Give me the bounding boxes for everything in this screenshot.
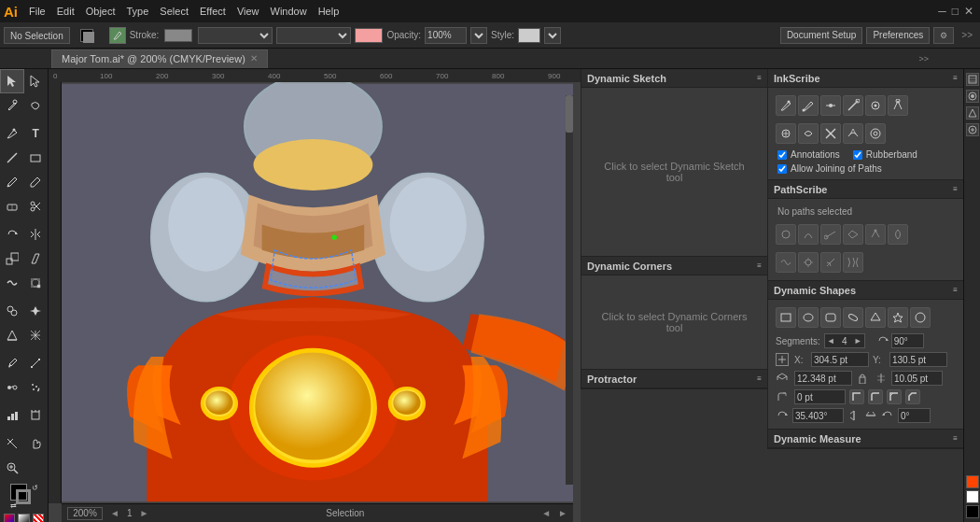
stroke-weight-select[interactable] [198, 27, 273, 44]
menu-view[interactable]: View [231, 0, 265, 22]
lock-aspect-btn[interactable] [856, 372, 869, 385]
nav-prev-2[interactable]: ◄ [541, 508, 551, 518]
path-tool-8[interactable] [798, 252, 819, 273]
eyedropper-tool[interactable] [0, 351, 24, 375]
path-tool-6[interactable] [888, 224, 908, 245]
doc-setup-btn[interactable]: Document Setup [780, 27, 863, 44]
opacity-mode-select[interactable]: ▼ [470, 27, 487, 44]
ink-tool-5[interactable] [865, 95, 886, 116]
symbol-sprayer-tool[interactable] [24, 375, 49, 400]
vertical-scrollbar[interactable] [566, 95, 573, 485]
artwork-canvas[interactable] [62, 82, 573, 503]
far-btn-3[interactable] [966, 106, 979, 120]
direct-select-tool[interactable] [24, 69, 49, 93]
artboard-tool[interactable] [24, 403, 49, 428]
path-tool-3[interactable] [820, 224, 841, 245]
mesh-tool[interactable] [24, 323, 49, 347]
dynamic-corners-header[interactable]: Dynamic Corners ≡ [581, 257, 767, 275]
slice-tool[interactable] [0, 431, 24, 456]
ink-tool-6[interactable] [888, 95, 908, 116]
shear-tool[interactable] [24, 247, 49, 271]
w-input[interactable]: 12.348 pt [794, 371, 852, 386]
magic-wand-tool[interactable] [0, 93, 24, 118]
perspective-grid-tool[interactable] [0, 323, 24, 347]
menu-window[interactable]: Window [265, 0, 313, 22]
menu-help[interactable]: Help [313, 0, 345, 22]
scroll-thumb-v[interactable] [566, 95, 573, 133]
dynamic-measure-header[interactable]: Dynamic Measure ≡ [768, 430, 963, 448]
angle-input[interactable]: 90° [891, 333, 924, 348]
pathscribe-header[interactable]: PathScribe ≡ [768, 180, 963, 199]
preferences-btn[interactable]: Preferences [866, 27, 930, 44]
shape-circle-btn[interactable] [910, 307, 931, 328]
paintbrush-tool[interactable] [0, 170, 24, 194]
extras-btn[interactable]: ⚙ [933, 27, 954, 44]
ink-tool-8[interactable] [798, 123, 819, 144]
fill-stroke-indicator[interactable] [77, 26, 102, 45]
panel-toggle-btn[interactable]: >> [958, 30, 976, 40]
none-mode-btn[interactable] [33, 514, 44, 522]
stroke-style-select[interactable] [276, 27, 351, 44]
panel-arrange-btn[interactable]: >> [918, 54, 929, 63]
ink-tool-4[interactable] [843, 95, 863, 116]
menu-type[interactable]: Type [121, 0, 155, 22]
ink-tool-10[interactable] [843, 123, 863, 144]
x-input[interactable]: 304.5 pt [811, 352, 869, 367]
pencil-tool[interactable] [24, 170, 49, 194]
live-paint-tool[interactable] [24, 299, 49, 323]
reset-icon[interactable]: ↺ [32, 484, 38, 492]
corner-style-2[interactable] [868, 389, 883, 404]
far-btn-2[interactable] [966, 90, 979, 103]
inkscribe-collapse[interactable]: ≡ [953, 74, 958, 82]
nav-arrow-prev[interactable]: ◄ [110, 508, 119, 518]
swap-icon[interactable]: ⇄ [10, 501, 17, 510]
path-tool-7[interactable] [776, 252, 796, 273]
dynamic-sketch-header[interactable]: Dynamic Sketch ≡ [581, 69, 767, 88]
dynamic-corners-collapse[interactable]: ≡ [757, 261, 762, 270]
inkscribe-header[interactable]: InkScribe ≡ [768, 69, 963, 88]
dynamic-measure-collapse[interactable]: ≡ [953, 434, 958, 443]
rotate-tool[interactable] [0, 222, 24, 247]
fill-color-preview[interactable] [355, 28, 383, 43]
nav-arrow-next[interactable]: ► [139, 508, 148, 518]
rubberband-checkbox[interactable] [853, 150, 862, 160]
dynamic-shapes-collapse[interactable]: ≡ [953, 286, 958, 294]
column-graph-tool[interactable] [0, 403, 24, 428]
ink-tool-2[interactable] [798, 95, 819, 116]
far-btn-1[interactable] [966, 73, 979, 86]
h-input[interactable]: 10.05 pt [891, 371, 943, 386]
swatch-black[interactable] [966, 505, 979, 518]
scissors-tool[interactable] [24, 194, 49, 219]
seg-up-btn[interactable]: ► [854, 336, 862, 346]
shape-ellipse-btn[interactable] [798, 307, 819, 328]
corner-style-3[interactable] [887, 389, 902, 404]
corner-style-1[interactable] [849, 389, 864, 404]
annotations-checkbox[interactable] [777, 150, 787, 160]
stroke-icon[interactable] [109, 27, 126, 44]
rect-tool[interactable] [24, 146, 49, 170]
reflect-tool[interactable] [24, 222, 49, 247]
ink-tool-1[interactable] [776, 95, 796, 116]
tab-close-btn[interactable]: ✕ [250, 49, 258, 68]
segments-stepper[interactable]: ◄ 4 ► [824, 333, 865, 348]
stroke-color-select[interactable] [164, 29, 192, 42]
path-tool-1[interactable] [776, 224, 796, 245]
rotation-input[interactable]: 35.403° [792, 408, 844, 423]
minimize-btn[interactable]: ─ [938, 5, 946, 18]
flip-v-icon[interactable] [864, 409, 877, 422]
menu-edit[interactable]: Edit [51, 0, 80, 22]
menu-file[interactable]: File [23, 0, 51, 22]
shape-polygon-btn[interactable] [865, 307, 886, 328]
opacity-input[interactable] [425, 27, 467, 44]
fill-stroke-control[interactable]: ↺ ⇄ [10, 484, 38, 510]
protractor-collapse[interactable]: ≡ [757, 374, 762, 383]
maximize-btn[interactable]: □ [952, 5, 959, 18]
zoom-input[interactable] [67, 507, 103, 520]
gradient-mode-btn[interactable] [18, 514, 29, 522]
rotation2-input[interactable]: 0° [898, 408, 931, 423]
canvas-content[interactable] [62, 82, 573, 503]
menu-object[interactable]: Object [80, 0, 121, 22]
stroke-color-box[interactable] [16, 489, 31, 504]
menu-effect[interactable]: Effect [194, 0, 231, 22]
dynamic-sketch-collapse[interactable]: ≡ [757, 74, 762, 82]
